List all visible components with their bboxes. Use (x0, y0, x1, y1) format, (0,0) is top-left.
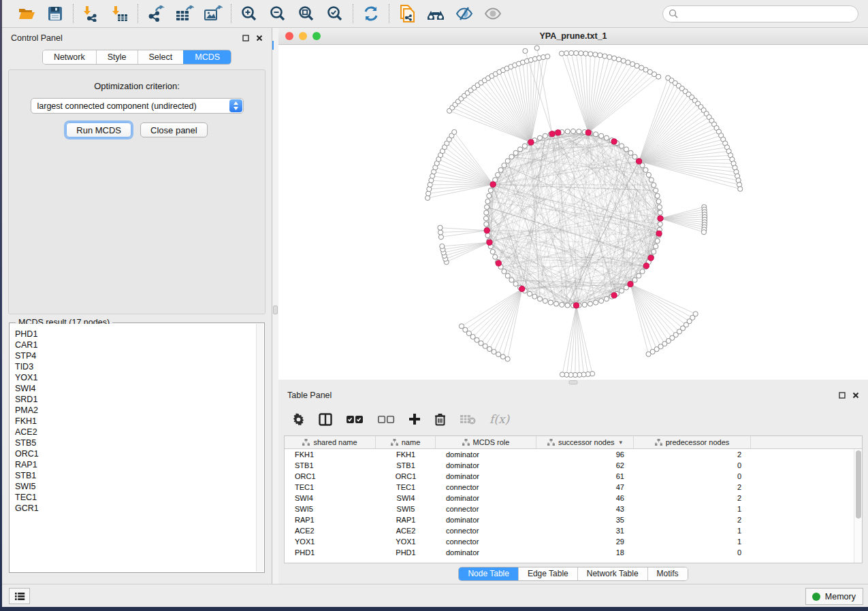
list-item[interactable]: STB5 (15, 437, 256, 448)
zoom-in-icon[interactable] (240, 4, 259, 23)
list-item[interactable]: PHD1 (15, 329, 256, 340)
table-cell: SWI5 (376, 503, 436, 514)
import-table-icon[interactable] (110, 4, 129, 23)
scrollbar-thumb[interactable] (856, 450, 861, 518)
network-window-titlebar[interactable]: YPA_prune.txt_1 (278, 28, 868, 45)
list-item[interactable]: SWI4 (15, 383, 256, 394)
list-item[interactable]: ORC1 (15, 448, 256, 459)
hide-panel-icon[interactable] (455, 4, 474, 23)
column-header-shared-name[interactable]: shared name (285, 436, 376, 448)
list-item[interactable]: RAP1 (15, 459, 256, 470)
table-cell: FKH1 (376, 449, 436, 460)
list-item[interactable]: PMA2 (15, 405, 256, 416)
zoom-selected-icon[interactable] (325, 4, 344, 23)
memory-label: Memory (825, 592, 856, 601)
function-builder-icon[interactable]: f(x) (489, 412, 509, 426)
tab-select[interactable]: Select (138, 50, 184, 64)
table-cell: dominator (436, 460, 536, 471)
close-panel-icon[interactable] (255, 35, 263, 42)
table-row[interactable]: STB1STB1dominator620 (285, 460, 862, 471)
tab-edge-table[interactable]: Edge Table (518, 567, 577, 580)
list-item[interactable]: CAR1 (15, 340, 256, 350)
delete-rows-icon[interactable] (434, 413, 446, 426)
delete-table-icon[interactable] (460, 414, 476, 425)
splitter-handle[interactable] (569, 380, 578, 384)
clear-selection-icon[interactable] (377, 415, 395, 424)
first-neighbors-icon[interactable] (361, 4, 381, 23)
table-row[interactable]: YOX1YOX1connector291 (285, 536, 862, 547)
export-image-icon[interactable] (204, 4, 223, 23)
table-row[interactable]: FKH1FKH1dominator962 (285, 449, 862, 460)
column-type-icon (655, 439, 662, 446)
table-cell: SWI5 (285, 503, 376, 514)
table-toolbar: f(x) (278, 406, 868, 433)
table-cell: RAP1 (285, 514, 376, 525)
horizontal-splitter[interactable] (278, 380, 868, 385)
vertical-splitter[interactable] (272, 28, 278, 584)
list-item[interactable]: STB1 (15, 470, 256, 481)
table-row[interactable]: SWI5SWI5connector431 (285, 503, 862, 514)
search-input[interactable] (681, 9, 852, 18)
table-row[interactable]: PHD1PHD1dominator180 (285, 547, 862, 558)
network-graph[interactable] (278, 45, 867, 380)
network-search-box[interactable] (662, 5, 858, 22)
zoom-out-icon[interactable] (268, 4, 287, 23)
list-item[interactable]: TID3 (15, 361, 256, 372)
list-item[interactable]: FKH1 (15, 416, 256, 427)
float-panel-icon[interactable] (242, 35, 249, 42)
table-cell: 29 (536, 536, 634, 547)
tab-style[interactable]: Style (96, 50, 138, 64)
tab-node-table[interactable]: Node Table (459, 567, 518, 580)
table-options-icon[interactable] (292, 413, 305, 426)
show-columns-icon[interactable] (319, 413, 332, 426)
close-panel-icon[interactable] (852, 392, 859, 399)
mcds-list-scrollbar[interactable] (256, 324, 263, 572)
memory-button[interactable]: Memory (805, 588, 863, 605)
list-item[interactable]: SRD1 (15, 394, 256, 405)
table-cell: 47 (536, 482, 634, 493)
table-cell: TEC1 (285, 482, 376, 493)
open-file-icon[interactable] (17, 4, 36, 23)
list-item[interactable]: YOX1 (15, 372, 256, 383)
table-row[interactable]: TEC1TEC1connector472 (285, 482, 862, 493)
network-canvas[interactable] (278, 45, 868, 380)
run-mcds-button[interactable]: Run MCDS (66, 122, 131, 137)
mcds-result-list[interactable]: PHD1CAR1STP4TID3YOX1SWI4SRD1PMA2FKH1ACE2… (10, 324, 256, 572)
duplicate-network-icon[interactable] (398, 4, 417, 23)
tab-mcds[interactable]: MCDS (183, 50, 231, 64)
table-row[interactable]: RAP1RAP1dominator352 (285, 514, 862, 525)
table-row[interactable]: ACE2ACE2connector311 (285, 525, 862, 536)
tab-network[interactable]: Network (43, 50, 96, 64)
list-item[interactable]: GCR1 (15, 503, 256, 514)
table-row[interactable]: ORC1ORC1dominator610 (285, 471, 862, 482)
list-item[interactable]: STP4 (15, 350, 256, 361)
optimization-criterion-select[interactable]: largest connected component (undirected) (31, 98, 244, 114)
list-item[interactable]: SWI5 (15, 481, 256, 492)
table-cell: 0 (634, 460, 751, 471)
export-network-icon[interactable] (146, 4, 165, 23)
export-table-icon[interactable] (175, 4, 194, 23)
close-panel-button[interactable]: Close panel (140, 122, 208, 137)
table-row[interactable]: SWI4SWI4dominator462 (285, 493, 862, 503)
zoom-fit-icon[interactable] (297, 4, 316, 23)
column-header-name[interactable]: name (376, 436, 436, 448)
column-header-predecessor-nodes[interactable]: predecessor nodes (634, 436, 751, 448)
show-graphics-icon[interactable] (483, 4, 502, 23)
column-header-successor-nodes[interactable]: successor nodes▾ (536, 436, 634, 448)
splitter-handle[interactable] (273, 306, 278, 314)
table-cell: dominator (436, 547, 536, 558)
import-network-icon[interactable] (82, 4, 101, 23)
table-scrollbar[interactable] (854, 449, 862, 563)
float-panel-icon[interactable] (838, 392, 846, 399)
column-header-MCDS-role[interactable]: MCDS role (436, 436, 536, 448)
task-history-button[interactable] (9, 588, 30, 604)
tab-motifs[interactable]: Motifs (647, 567, 688, 580)
mcds-result-group: MCDS result (17 nodes) PHD1CAR1STP4TID3Y… (9, 323, 265, 573)
search-network-icon[interactable] (426, 4, 445, 23)
tab-network-table[interactable]: Network Table (577, 567, 647, 580)
add-row-icon[interactable] (408, 413, 421, 425)
save-session-icon[interactable] (46, 4, 65, 23)
select-all-icon[interactable] (346, 415, 364, 424)
list-item[interactable]: ACE2 (15, 427, 256, 437)
list-item[interactable]: TEC1 (15, 492, 256, 503)
